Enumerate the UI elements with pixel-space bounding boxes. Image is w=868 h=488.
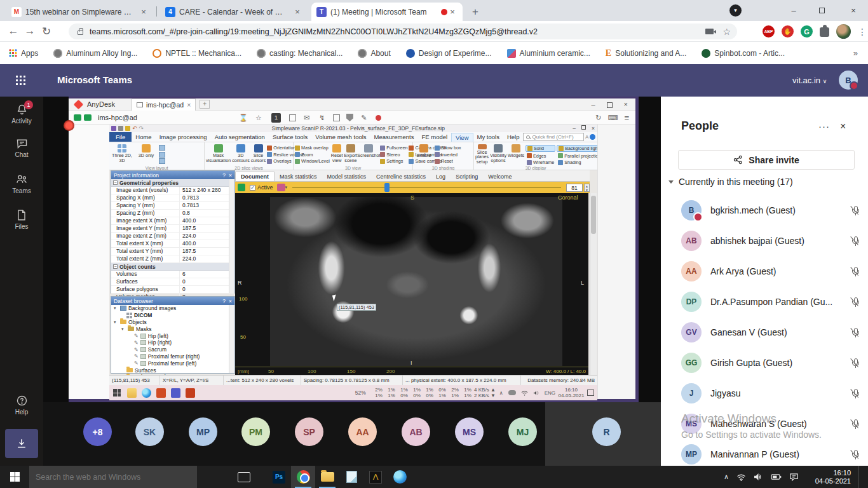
actions-lightning-icon[interactable]: ↯ (318, 113, 327, 122)
participant-avatar[interactable]: SK (135, 417, 164, 446)
slice-slider[interactable] (292, 187, 561, 188)
browser-tab-calendar[interactable]: 4 CARE - Calendar - Week of May 2 × (160, 3, 308, 21)
file-transfer-icon[interactable] (289, 114, 296, 121)
tree-item-mask[interactable]: ✎Sacrum (111, 346, 234, 353)
ribbon-tab[interactable]: Image processing (156, 133, 211, 141)
scanip-close-icon[interactable]: × (592, 125, 595, 132)
participant-row[interactable]: GVGanesan V (Guest) (681, 322, 860, 342)
ribbon-button[interactable]: Mask overlap (295, 145, 330, 151)
rail-item-chat[interactable]: Chat (0, 137, 43, 158)
ribbon-button[interactable]: Mask visualisation (206, 144, 231, 165)
taskbar-notes[interactable] (339, 466, 363, 488)
doc-tab-document[interactable]: Document (235, 172, 275, 181)
panel-scrollbar[interactable] (229, 179, 234, 293)
ribbon-tab[interactable]: Home (132, 133, 155, 141)
remote-powerpoint-icon[interactable] (156, 388, 166, 398)
tree-item-mask[interactable]: ✎Proximal femur (left) (111, 360, 234, 367)
participant-row[interactable]: ABabhishek bajpai (Guest) (681, 231, 860, 251)
taskbar-explorer[interactable] (315, 466, 339, 488)
participant-avatar[interactable]: R (592, 417, 621, 446)
battery-icon[interactable] (771, 473, 782, 480)
doc-tab[interactable]: Centreline statistics (371, 172, 431, 181)
tree-item[interactable]: Surfaces (111, 367, 234, 374)
view-icon[interactable] (238, 184, 245, 191)
rail-item-teams[interactable]: Teams (0, 173, 43, 194)
permissions-shield-icon[interactable] (346, 114, 353, 121)
ribbon-button[interactable]: Screenshot (358, 144, 379, 165)
ribbon-button[interactable]: Inverted (435, 152, 461, 158)
tree-item-mask[interactable]: ✎Hip (right) (111, 339, 234, 346)
tree-item[interactable]: ▾Objects (111, 319, 234, 326)
taskbar-clock[interactable]: 16:1004-05-2021 (806, 469, 851, 485)
participant-avatar[interactable]: SP (295, 417, 323, 446)
dropdown-arrow-icon[interactable]: ▾ (285, 185, 288, 190)
ribbon-tab[interactable]: Surface tools (269, 133, 311, 141)
active-checkbox[interactable]: ✓ (250, 185, 255, 191)
bookmarks-overflow-icon[interactable]: » (853, 48, 858, 58)
panel-titlebar[interactable]: Project information ?× (111, 171, 234, 179)
anydesk-session-tab[interactable]: ims-hpc@ad × (132, 98, 196, 111)
address-bar[interactable]: teams.microsoft.com/_#/pre-join-calling/… (69, 24, 737, 39)
participant-row[interactable]: Bbgkrish.mech (Guest) (681, 200, 860, 220)
record-session-icon[interactable] (376, 115, 381, 121)
anydesk-minimize-icon[interactable]: – (591, 100, 595, 108)
ribbon-button[interactable]: Reset (435, 158, 461, 164)
ribbon-button[interactable]: 3D contours (232, 144, 250, 165)
ribbon-tab[interactable]: Help (503, 133, 524, 141)
taskbar-lambda-app[interactable]: Λ (363, 466, 388, 488)
bookmark-item[interactable]: About (358, 49, 390, 58)
window-minimize-button[interactable]: – (783, 0, 804, 20)
undo-icon[interactable]: ↶ (132, 125, 137, 132)
scanip-restore-icon[interactable] (581, 125, 586, 130)
scanip-minimize-icon[interactable]: – (573, 125, 576, 132)
panel-help-icon[interactable]: ? (222, 298, 226, 304)
anydesk-restore-icon[interactable] (607, 102, 613, 108)
ribbon-button[interactable]: Window/Level (295, 158, 330, 164)
tenant-switcher[interactable]: vit.ac.in ∨ (792, 76, 827, 85)
rail-item-files[interactable]: Files (0, 208, 43, 230)
participant-avatar[interactable]: MP (189, 417, 217, 446)
meeting-section-header[interactable]: Currently in this meeting (17) (668, 177, 793, 187)
bookmark-item[interactable]: Spinbot.com - Artic... (702, 49, 785, 58)
lock-icon[interactable] (125, 126, 130, 131)
favorite-icon[interactable]: ☆ (254, 113, 263, 122)
taskbar-edge[interactable] (388, 466, 412, 488)
anydesk-close-icon[interactable]: × (624, 100, 628, 108)
tab-close-icon[interactable]: × (292, 7, 302, 17)
extension-media-button[interactable]: ▼ (729, 4, 742, 17)
taskbar-search[interactable] (29, 466, 197, 488)
waffle-icon[interactable] (15, 75, 26, 86)
ribbon-tab[interactable]: Measurements (370, 133, 418, 141)
rail-item-activity[interactable]: 1 Activity (0, 103, 43, 125)
reload-icon[interactable]: ↻ (38, 25, 55, 38)
wifi-icon[interactable] (736, 473, 746, 481)
participant-row[interactable]: GGGirish Gupta (Guest) (681, 353, 860, 373)
scanip-titlebar[interactable]: ↶ ↷ Simpleware ScanIP R-2021.03 - Pelvis… (109, 125, 597, 132)
mic-off-icon[interactable] (851, 266, 860, 277)
remote-language-label[interactable]: ENG (545, 390, 555, 396)
ribbon-toggle-wireframe[interactable]: Wireframe (526, 159, 555, 165)
ribbon-toggle-edges[interactable]: Edges (526, 153, 555, 159)
ribbon-tab-file[interactable]: File (109, 132, 132, 142)
ribbon-tab[interactable]: Auto segmentation (211, 133, 269, 141)
browser-tab-gmail[interactable]: M 15th webinar on Simpleware Soft × (6, 3, 154, 21)
adblock-icon[interactable]: ✋ (782, 25, 794, 37)
chat-bubble-icon[interactable]: ✉ (302, 113, 311, 122)
tree-item[interactable]: DICOM (111, 312, 234, 319)
taskbar-photoshop[interactable]: Ps (267, 466, 291, 488)
remote-office-icon[interactable] (186, 388, 195, 398)
action-center-icon[interactable] (789, 473, 799, 481)
people-more-icon[interactable]: ··· (818, 121, 830, 132)
participant-row[interactable]: DPDr.A.Pasumpon Pandian (Gu... (681, 292, 860, 312)
mic-off-icon[interactable] (851, 419, 860, 430)
bookmark-item[interactable]: Aluminium ceramic... (507, 49, 590, 58)
ribbon-button[interactable]: 3D only (135, 144, 158, 165)
mic-off-icon[interactable] (851, 388, 860, 399)
window-close-button[interactable]: × (843, 0, 864, 20)
remote-edge-icon[interactable] (142, 388, 151, 398)
monitor-select-button[interactable]: 1 (271, 113, 281, 123)
participant-avatar[interactable]: PM (241, 417, 270, 446)
adblock-plus-icon[interactable]: ABP (763, 25, 775, 37)
remote-explorer-icon[interactable] (127, 388, 137, 398)
ribbon-button[interactable]: Enable (414, 144, 433, 165)
